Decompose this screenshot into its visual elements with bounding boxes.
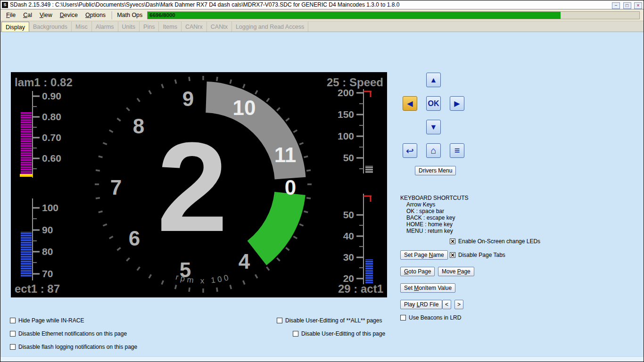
ect1-tick-label: 80 bbox=[42, 246, 53, 257]
toolbar-separator bbox=[112, 11, 113, 19]
ect1-bar bbox=[21, 231, 32, 277]
move-page-button[interactable]: Move Page bbox=[438, 267, 474, 276]
tab-logging-read-access[interactable]: Logging and Read Access bbox=[232, 22, 308, 32]
disable-user-editing-this-page-checkbox[interactable] bbox=[293, 331, 298, 337]
lam1-bar bbox=[21, 112, 32, 174]
lrd-next-button[interactable]: > bbox=[454, 300, 463, 309]
lam1-tick-label: 0.70 bbox=[42, 132, 61, 143]
tach-number: 9 bbox=[182, 87, 194, 110]
act1-tick-label: 50 bbox=[343, 209, 354, 220]
speed-value-label: 25 : Speed bbox=[327, 76, 383, 89]
nav-up-button[interactable]: ▲ bbox=[426, 73, 441, 87]
use-beacons-label: Use Beacons in LRD bbox=[409, 314, 461, 321]
enable-onscreen-leds-label: Enable On-Screen change LEDs bbox=[458, 238, 540, 245]
disable-user-editing-this-page-label: Disable User-Editting of this page bbox=[301, 330, 385, 337]
math-ops-progress-fill: 6696/8000 bbox=[148, 12, 561, 19]
set-page-name-button[interactable]: Set Page Name bbox=[400, 250, 448, 260]
tab-canrx[interactable]: CANrx bbox=[182, 22, 207, 32]
shortcut-line: BACK : escape key bbox=[400, 214, 468, 221]
nav-left-button[interactable]: ◀ bbox=[403, 96, 417, 111]
up-arrow-icon: ▲ bbox=[430, 76, 438, 84]
nav-menu-button[interactable]: ≡ bbox=[450, 143, 464, 158]
menu-lines-icon: ≡ bbox=[454, 145, 460, 156]
nav-back-button[interactable]: ↩ bbox=[403, 143, 417, 158]
disable-page-tabs-checkbox[interactable] bbox=[450, 252, 455, 258]
act1-tick-label: 20 bbox=[343, 273, 354, 284]
right-arrow-icon: ▶ bbox=[454, 99, 460, 108]
disable-user-editing-all-pages-checkbox[interactable] bbox=[277, 318, 282, 323]
tab-cantx[interactable]: CANtx bbox=[207, 22, 232, 32]
drivers-menu-button[interactable]: Drivers Menu bbox=[415, 166, 456, 175]
hide-page-inrace-label: Hide Page while IN-RACE bbox=[18, 317, 84, 324]
disable-flash-logging-notifications-checkbox[interactable] bbox=[10, 344, 16, 350]
shortcut-line: OK : space bar bbox=[400, 208, 468, 214]
home-icon: ⌂ bbox=[430, 145, 436, 156]
act1-tick-label: 40 bbox=[343, 230, 354, 241]
lam1-tick-label: 0.60 bbox=[42, 153, 61, 164]
use-beacons-checkbox[interactable] bbox=[400, 315, 406, 321]
dash-preview[interactable]: lam1 : 0.82 25 : Speed ect1 : 87 29 : ac… bbox=[11, 72, 387, 297]
nav-home-button[interactable]: ⌂ bbox=[426, 143, 441, 158]
disable-ethernet-notifications-label: Disasble Ethernet notifications on this … bbox=[18, 330, 127, 337]
window-controls: − □ × bbox=[611, 0, 642, 9]
tab-alarms[interactable]: Alarms bbox=[92, 22, 118, 32]
disable-ethernet-notifications-checkbox[interactable] bbox=[10, 331, 16, 337]
menu-file[interactable]: File bbox=[2, 10, 19, 20]
app-window: S SDash 2.15.349 : C:\Users\Public\Docum… bbox=[0, 0, 644, 362]
ect1-tick-label: 90 bbox=[42, 224, 53, 235]
disable-page-tabs-label: Disable Page Tabs bbox=[458, 252, 505, 258]
tach-number: 8 bbox=[133, 115, 144, 138]
enable-onscreen-leds-checkbox[interactable] bbox=[450, 239, 455, 244]
keyboard-shortcuts: KEYBOARD SHORTCUTS Arrow Keys OK : space… bbox=[400, 195, 468, 234]
lam1-value-label: lam1 : 0.82 bbox=[15, 76, 73, 89]
act1-tick-label: 30 bbox=[343, 252, 354, 263]
menu-cal[interactable]: Cal bbox=[19, 10, 36, 20]
ect1-tick-label: 70 bbox=[42, 268, 53, 279]
ect1-tick-label: 100 bbox=[42, 202, 58, 213]
tab-items[interactable]: Items bbox=[159, 22, 182, 32]
lam1-tick-label: 0.80 bbox=[42, 111, 61, 122]
nav-down-button[interactable]: ▼ bbox=[426, 120, 441, 134]
disable-flash-logging-notifications-label: Disasble flash logging notifications on … bbox=[18, 344, 137, 350]
back-arrow-icon: ↩ bbox=[406, 145, 414, 156]
nav-ok-button[interactable]: OK bbox=[426, 96, 441, 111]
math-ops-label: Math Ops bbox=[115, 12, 147, 18]
hide-page-inrace-checkbox[interactable] bbox=[10, 318, 16, 323]
tach-number: 7 bbox=[110, 176, 122, 199]
down-arrow-icon: ▼ bbox=[430, 123, 438, 132]
set-monitem-value-button[interactable]: Set MonItem Value bbox=[400, 283, 455, 293]
play-lrd-file-button[interactable]: Play LRD File bbox=[400, 300, 442, 309]
maximize-button[interactable]: □ bbox=[623, 2, 631, 9]
menu-device[interactable]: Device bbox=[56, 10, 82, 20]
app-icon: S bbox=[2, 2, 8, 8]
shortcut-line: Arrow Keys bbox=[400, 201, 468, 208]
bottom-frame-strip bbox=[0, 356, 644, 362]
disable-user-editing-all-pages-label: Disable User-Editting of **ALL** pages bbox=[285, 317, 382, 324]
shortcuts-title: KEYBOARD SHORTCUTS bbox=[400, 195, 468, 201]
speed-tick-label: 200 bbox=[338, 87, 354, 98]
act1-bar bbox=[365, 259, 373, 283]
lam1-marker bbox=[20, 174, 33, 177]
close-button[interactable]: × bbox=[634, 2, 642, 9]
tab-units[interactable]: Units bbox=[118, 22, 140, 32]
tach-number: 4 bbox=[239, 250, 250, 273]
speed-bar bbox=[365, 165, 373, 173]
menu-view[interactable]: View bbox=[36, 10, 56, 20]
act1-value-label: 29 : act1 bbox=[338, 282, 383, 295]
tab-misc[interactable]: Misc bbox=[72, 22, 92, 32]
tab-bar: Display Backgrounds Misc Alarms Units Pi… bbox=[0, 21, 644, 32]
speed-tick-label: 100 bbox=[338, 131, 354, 141]
goto-page-button[interactable]: Goto Page bbox=[400, 267, 435, 276]
tab-pins[interactable]: Pins bbox=[140, 22, 159, 32]
menu-options[interactable]: Options bbox=[82, 10, 109, 20]
menu-bar: File Cal View Device Options Math Ops 66… bbox=[0, 9, 644, 21]
window-title: SDash 2.15.349 : C:\Users\Public\Documen… bbox=[10, 1, 611, 8]
nav-right-button[interactable]: ▶ bbox=[450, 96, 464, 111]
lrd-prev-button[interactable]: < bbox=[442, 300, 451, 309]
left-arrow-icon: ◀ bbox=[407, 99, 413, 108]
minimize-button[interactable]: − bbox=[612, 2, 620, 9]
tab-display[interactable]: Display bbox=[1, 22, 29, 32]
math-ops-progressbar: 6696/8000 bbox=[147, 11, 640, 19]
tab-backgrounds[interactable]: Backgrounds bbox=[29, 22, 72, 32]
gear-indicator: 2 bbox=[157, 116, 228, 258]
